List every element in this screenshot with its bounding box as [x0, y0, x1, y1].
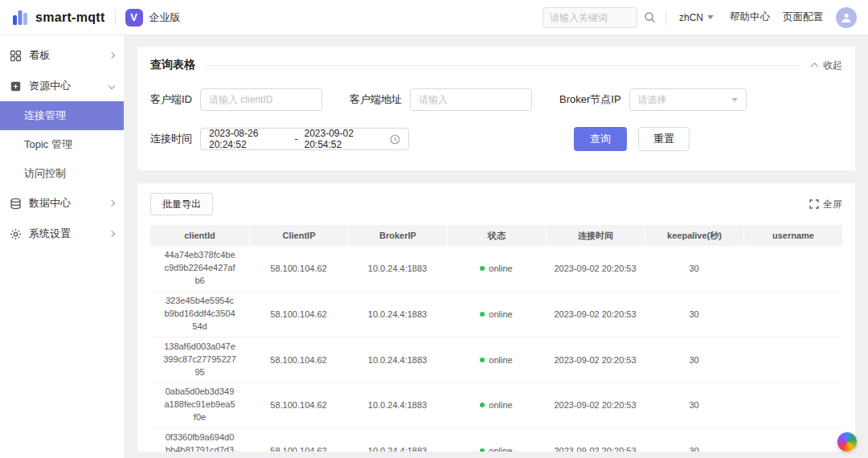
cell-status: online	[447, 382, 546, 427]
search-icon[interactable]	[644, 11, 656, 23]
cell-username	[743, 292, 842, 337]
sidebar-item-resource-center[interactable]: 资源中心	[0, 71, 124, 101]
sidebar-item-label: 访问控制	[24, 166, 66, 181]
cell-client-ip: 58.100.104.62	[249, 292, 348, 337]
cell-broker-ip: 10.0.24.4:1883	[348, 246, 447, 291]
header-divider	[115, 10, 116, 25]
column-header: clientId	[150, 225, 249, 246]
sidebar-item-label: 数据中心	[29, 196, 71, 211]
status-text: online	[489, 446, 512, 452]
main-content: 查询表格 收起 客户端ID 客户端地址 Broker节点IP 请选择	[125, 35, 868, 458]
sidebar-item-dashboard[interactable]: 看板	[0, 40, 124, 71]
grid-icon	[10, 50, 22, 62]
help-center-link[interactable]: 帮助中心	[730, 10, 770, 24]
sidebar-item-topic-management[interactable]: Topic 管理	[0, 130, 124, 159]
broker-ip-select[interactable]: 请选择	[629, 88, 747, 111]
sidebar-submenu: 连接管理 Topic 管理 访问控制	[0, 101, 124, 188]
query-panel: 查询表格 收起 客户端ID 客户端地址 Broker节点IP 请选择	[137, 47, 855, 170]
cell-broker-ip: 10.0.24.4:1883	[348, 292, 447, 337]
status-text: online	[489, 400, 512, 410]
sidebar-item-connection-management[interactable]: 连接管理	[0, 101, 124, 130]
client-addr-input[interactable]	[410, 88, 532, 111]
cell-client-id: 0f3360fb9a694d0bb4b81791cd7d337b	[150, 428, 249, 452]
online-status-dot	[480, 358, 485, 362]
cell-connect-time: 2023-09-02 20:20:53	[546, 428, 645, 452]
table-row: 323e45b4e5954cb9bd16ddf4c350454d 58.100.…	[150, 292, 842, 337]
cell-username	[743, 428, 842, 452]
column-header: 连接时间	[546, 225, 645, 246]
broker-ip-label: Broker节点IP	[559, 92, 621, 107]
cell-status: online	[447, 428, 546, 452]
broker-ip-placeholder: 请选择	[638, 93, 667, 107]
app-brand: smart-mqtt	[11, 9, 105, 27]
reset-button[interactable]: 重置	[638, 127, 690, 151]
cell-broker-ip: 10.0.24.4:1883	[348, 428, 447, 452]
theme-fab-button[interactable]	[837, 432, 857, 452]
keyword-search-input[interactable]	[542, 7, 637, 28]
online-status-dot	[480, 312, 485, 317]
box-icon	[10, 80, 22, 92]
batch-export-button[interactable]: 批量导出	[150, 193, 213, 215]
edition-logo-icon: V	[125, 9, 143, 27]
cell-connect-time: 2023-09-02 20:20:53	[546, 246, 645, 291]
cell-connect-time: 2023-09-02 20:20:53	[546, 292, 645, 337]
status-text: online	[489, 355, 512, 365]
cell-username	[743, 337, 842, 382]
cell-connect-time: 2023-09-02 20:20:53	[546, 382, 645, 427]
gear-icon	[10, 228, 22, 240]
fullscreen-button[interactable]: 全屏	[809, 198, 842, 211]
cell-client-ip: 58.100.104.62	[249, 246, 348, 291]
column-header: BrokerIP	[348, 225, 447, 246]
app-logo-icon	[11, 9, 29, 27]
sidebar-item-data-center[interactable]: 数据中心	[0, 188, 124, 219]
cell-client-ip: 58.100.104.62	[249, 382, 348, 427]
sidebar-item-access-control[interactable]: 访问控制	[0, 159, 124, 188]
online-status-dot	[480, 448, 485, 452]
chevron-right-icon	[108, 231, 115, 237]
cell-status: online	[447, 337, 546, 382]
time-start-value: 2023-08-26 20:24:52	[209, 128, 289, 150]
status-text: online	[489, 264, 512, 273]
cell-keepalive: 30	[645, 246, 743, 291]
header-divider	[665, 10, 666, 25]
cell-broker-ip: 10.0.24.4:1883	[348, 382, 447, 427]
sidebar-item-label: 资源中心	[29, 79, 71, 93]
client-addr-label: 客户端地址	[350, 92, 402, 107]
fullscreen-label: 全屏	[823, 198, 842, 211]
cell-status: online	[447, 292, 546, 337]
chevron-down-icon	[707, 15, 714, 19]
table-row: 44a74eb378fc4bec9d9b2264e427afb6 58.100.…	[150, 246, 842, 292]
cell-keepalive: 30	[645, 292, 743, 337]
table-row: 0aba5d0eb3d349a188fec91eb9ea5f0e 58.100.…	[150, 382, 842, 428]
app-title: smart-mqtt	[35, 10, 105, 25]
cell-client-ip: 58.100.104.62	[249, 337, 348, 382]
panel-title: 查询表格	[150, 58, 195, 72]
language-selector[interactable]: zhCN	[679, 12, 714, 23]
cell-broker-ip: 10.0.24.4:1883	[348, 337, 447, 382]
sidebar-item-system-settings[interactable]: 系统设置	[0, 219, 124, 249]
sidebar-item-label: Topic 管理	[24, 137, 72, 152]
column-header: 状态	[447, 225, 546, 246]
cell-status: online	[447, 246, 546, 291]
online-status-dot	[480, 403, 485, 407]
sidebar-item-label: 连接管理	[24, 108, 66, 123]
avatar[interactable]	[836, 7, 857, 28]
edition-badge: V 企业版	[125, 9, 181, 27]
time-end-value: 2023-09-02 20:54:52	[305, 128, 384, 150]
table-row: 138af6d003a047e399c87c2779522795 58.100.…	[150, 337, 842, 383]
client-id-input[interactable]	[200, 88, 322, 111]
panel-divider	[207, 65, 800, 66]
cell-keepalive: 30	[645, 382, 743, 427]
clock-icon	[390, 134, 400, 145]
cell-client-id: 323e45b4e5954cb9bd16ddf4c350454d	[150, 292, 249, 337]
online-status-dot	[480, 266, 485, 271]
status-text: online	[489, 309, 512, 319]
cell-connect-time: 2023-09-02 20:20:53	[546, 337, 645, 382]
search-button[interactable]: 查询	[574, 127, 627, 151]
language-label: zhCN	[679, 12, 703, 23]
page-config-link[interactable]: 页面配置	[783, 10, 823, 24]
collapse-label: 收起	[823, 59, 842, 72]
column-header: ClientIP	[249, 225, 348, 246]
collapse-toggle[interactable]: 收起	[812, 59, 842, 72]
time-range-picker[interactable]: 2023-08-26 20:24:52 - 2023-09-02 20:54:5…	[200, 128, 409, 150]
